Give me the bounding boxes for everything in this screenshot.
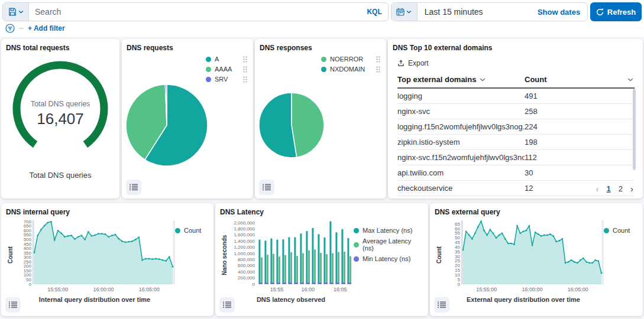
column-header-count[interactable]: Count xyxy=(525,75,635,84)
panel-dns-responses: DNS responses NOERROR NXDOMAIN xyxy=(255,39,386,198)
saved-query-menu-button[interactable] xyxy=(3,3,29,21)
table-row: logging.f15n2womfujehfjlwv0lgs3nog.... 2… xyxy=(397,119,635,135)
svg-text:16:00: 16:00 xyxy=(302,287,315,292)
svg-text:Total DNS queries: Total DNS queries xyxy=(31,100,90,108)
pagination-prev[interactable]: ‹ xyxy=(596,184,599,194)
calendar-icon xyxy=(396,8,404,16)
pagination-page-1[interactable]: 1 xyxy=(607,184,611,193)
dots-grid-icon xyxy=(243,56,247,63)
legend-item-menu-button[interactable] xyxy=(376,66,380,73)
svg-text:1,200,000: 1,200,000 xyxy=(234,245,255,250)
svg-text:16:00:00: 16:00:00 xyxy=(93,287,114,292)
panel-dns-internal-query: DNS internal query Count 050100150200250… xyxy=(1,203,213,316)
legend-item-noerror[interactable]: NOERROR xyxy=(321,56,380,63)
external-query-area-chart: 0510152025303540455055606515:55:0016:00:… xyxy=(443,217,604,295)
legend-color-dot xyxy=(354,242,359,248)
x-axis-title: Internal query distribution over time xyxy=(14,296,175,303)
svg-text:800,000: 800,000 xyxy=(238,257,255,262)
time-picker: Last 15 minutes Show dates xyxy=(391,2,588,21)
legend-item-nxdomain[interactable]: NXDOMAIN xyxy=(321,66,380,73)
column-header-top-external-domains[interactable]: Top external domains xyxy=(397,75,525,84)
dots-grid-icon xyxy=(243,76,247,83)
panel-title: DNS responses xyxy=(260,44,381,52)
list-icon xyxy=(9,301,17,308)
panel-dns-total-requests: DNS total requests Total DNS queries 16,… xyxy=(1,39,119,198)
legend-item-menu-button[interactable] xyxy=(376,56,380,63)
legend-color-dot xyxy=(206,57,211,62)
legend-item-average-latency-ns-[interactable]: Average Latency (ns) xyxy=(354,237,423,252)
total-queries-gauge: Total DNS queries 16,407 xyxy=(6,54,115,156)
show-dates-link[interactable]: Show dates xyxy=(530,3,587,21)
cell-count: 30 xyxy=(525,168,635,177)
list-icon xyxy=(223,301,231,308)
svg-text:40: 40 xyxy=(455,245,460,250)
legend-item-menu-button[interactable] xyxy=(243,66,247,73)
list-icon xyxy=(263,184,271,191)
svg-text:1,000,000: 1,000,000 xyxy=(234,251,255,256)
legend-item-min-latency-ns-[interactable]: Min Latency (ns) xyxy=(354,255,423,262)
legend-toggle-button[interactable] xyxy=(259,180,274,195)
legend-toggle-button[interactable] xyxy=(126,180,141,195)
svg-text:1,800,000: 1,800,000 xyxy=(234,226,255,232)
filter-circle-icon[interactable] xyxy=(5,24,15,33)
panel-title: DNS Top 10 external domains xyxy=(393,44,638,52)
legend-color-dot xyxy=(354,256,359,262)
cell-count: 258 xyxy=(525,107,635,116)
legend-item-a[interactable]: A xyxy=(206,56,247,63)
svg-text:55: 55 xyxy=(455,230,460,236)
legend-item-count[interactable]: Count xyxy=(604,227,630,234)
chevron-down-icon xyxy=(627,78,633,82)
cell-domain: api.twilio.com xyxy=(397,168,525,177)
panel-title: DNS internal query xyxy=(6,208,209,216)
svg-text:15:55:00: 15:55:00 xyxy=(47,287,68,292)
cell-domain: logging.f15n2womfujehfjlwv0lgs3nog.... xyxy=(397,122,525,131)
panel-dns-latency: DNS Latency Nano seconds 0200,000400,000… xyxy=(215,203,428,316)
legend-color-dot xyxy=(206,67,211,72)
chevron-down-icon xyxy=(18,10,24,14)
gauge-bottom-label: Total DNS queries xyxy=(1,171,119,180)
svg-text:35: 35 xyxy=(455,249,460,255)
legend-item-menu-button[interactable] xyxy=(243,76,247,83)
legend-label: Max Latency (ns) xyxy=(363,227,412,234)
cell-count: 112 xyxy=(525,153,635,162)
x-axis-title: DNS latency observed xyxy=(228,296,354,303)
add-filter-link[interactable]: + Add filter xyxy=(28,24,65,32)
search-input[interactable] xyxy=(29,3,361,21)
svg-text:50: 50 xyxy=(455,235,460,240)
internal-query-area-chart: 0501001502002503003504004505005506006507… xyxy=(14,217,175,295)
pagination-next[interactable]: › xyxy=(630,184,633,194)
svg-text:16:05:00: 16:05:00 xyxy=(568,287,588,292)
svg-text:65: 65 xyxy=(455,222,460,227)
table-row: api.twilio.com 30 xyxy=(397,165,635,181)
floppy-disk-icon xyxy=(8,8,17,16)
legend-color-dot xyxy=(604,228,609,233)
legend-label: SRV xyxy=(215,76,228,83)
legend-color-dot xyxy=(206,77,211,82)
kql-language-button[interactable]: KQL xyxy=(361,3,387,21)
table-scrollbar[interactable] xyxy=(633,89,636,170)
legend-label: NXDOMAIN xyxy=(330,66,365,73)
cell-domain: zipkin.istio-system xyxy=(397,138,525,147)
legend-item-srv[interactable]: SRV xyxy=(206,76,247,83)
search-bar: KQL xyxy=(2,2,389,21)
y-axis-title: Count xyxy=(6,217,14,293)
refresh-button[interactable]: Refresh xyxy=(590,2,642,21)
time-picker-calendar-button[interactable] xyxy=(391,3,418,21)
cell-count: 198 xyxy=(525,138,635,147)
legend-label: NOERROR xyxy=(330,56,363,63)
legend-item-menu-button[interactable] xyxy=(243,56,247,63)
legend-item-max-latency-ns-[interactable]: Max Latency (ns) xyxy=(354,227,423,234)
time-range-value[interactable]: Last 15 minutes xyxy=(418,3,530,21)
cell-domain: logging xyxy=(397,92,525,100)
svg-text:16:00:00: 16:00:00 xyxy=(522,287,542,292)
legend-toggle-button[interactable] xyxy=(5,297,21,313)
pagination-page-2[interactable]: 2 xyxy=(619,184,623,193)
export-button[interactable]: Export xyxy=(397,59,638,67)
export-label: Export xyxy=(408,59,429,67)
refresh-icon xyxy=(596,8,604,16)
table-row: logging 491 xyxy=(397,89,635,104)
legend-toggle-button[interactable] xyxy=(219,297,235,313)
legend-toggle-button[interactable] xyxy=(434,297,449,313)
legend-item-aaaa[interactable]: AAAA xyxy=(206,66,247,73)
legend-item-count[interactable]: Count xyxy=(175,227,201,234)
